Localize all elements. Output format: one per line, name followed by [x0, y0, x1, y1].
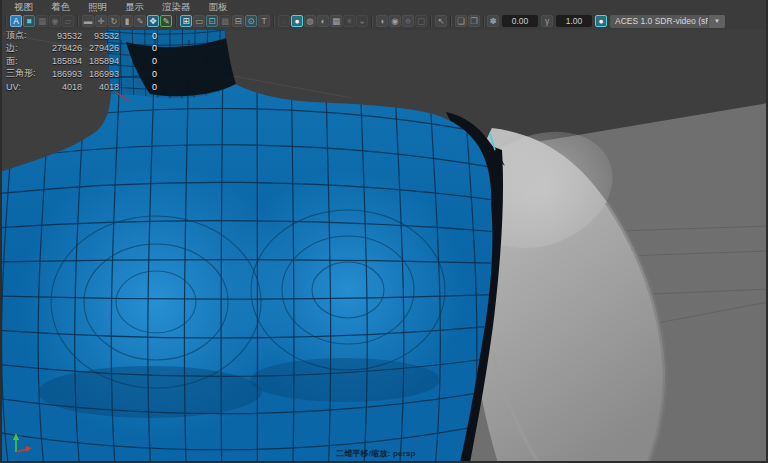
- gamma-icon[interactable]: γ: [541, 15, 553, 27]
- hud-total: 279426: [42, 43, 82, 53]
- default-material-icon[interactable]: ◐: [317, 15, 329, 27]
- hud-row: 三角形: 186993 186993 0: [6, 67, 157, 80]
- menu-item[interactable]: 渲染器: [153, 0, 200, 13]
- hud-label: UV:: [6, 82, 42, 92]
- toolbar-separator: [450, 15, 452, 27]
- ssao-icon[interactable]: ◖: [376, 15, 388, 27]
- hud-row: 边: 279426 279426 0: [6, 42, 157, 55]
- menu-item[interactable]: 视图: [5, 0, 42, 13]
- hud-component: 0: [119, 43, 157, 53]
- camera-label: 二维平移/缩放: persp: [336, 448, 416, 459]
- tumble-3d-icon[interactable]: ↻: [108, 15, 120, 27]
- colorspace-value: ACES 1.0 SDR-video (sRGB): [610, 16, 708, 26]
- gamma-field[interactable]: 1.00: [556, 15, 592, 27]
- hud-label: 三角形:: [6, 67, 42, 80]
- toolbar-separator: [77, 15, 79, 27]
- panel-chrome: 视图 着色 照明 显示 渲染器 面板 A ■: [0, 0, 768, 30]
- hud-label: 面:: [6, 55, 42, 68]
- exposure-icon[interactable]: ✽: [487, 15, 499, 27]
- hud-component: 0: [119, 69, 157, 79]
- view-transform-icon[interactable]: ●: [595, 15, 607, 27]
- panel-menubar: 视图 着色 照明 显示 渲染器 面板: [0, 0, 768, 13]
- toolbar-separator: [430, 15, 432, 27]
- safe-action-icon[interactable]: ⊙: [245, 15, 257, 27]
- xray-icon[interactable]: ❏: [455, 15, 467, 27]
- menu-item[interactable]: 照明: [79, 0, 116, 13]
- toolbar-separator: [273, 15, 275, 27]
- isolate-select-icon[interactable]: ↖: [435, 15, 447, 27]
- hud-total: 4018: [42, 82, 82, 92]
- menu-item[interactable]: 面板: [200, 0, 237, 13]
- image-plane-icon[interactable]: ▱: [62, 15, 74, 27]
- menu-item[interactable]: 着色: [42, 0, 79, 13]
- wireframe-icon[interactable]: ◌: [278, 15, 290, 27]
- pan-zoom-2d-icon[interactable]: ✥: [147, 15, 159, 27]
- hud-label: 边:: [6, 42, 42, 55]
- toolbar-separator: [483, 15, 485, 27]
- hud-total: 93532: [42, 31, 82, 41]
- shadows-icon[interactable]: ◒: [356, 15, 368, 27]
- exposure-field[interactable]: 0.00: [502, 15, 538, 27]
- grease-pencil-icon[interactable]: ✎: [160, 15, 172, 27]
- toolbar-separator: [175, 15, 177, 27]
- resolution-gate-icon[interactable]: ⊡: [206, 15, 218, 27]
- hud-total: 185894: [42, 56, 82, 66]
- wireframe-on-shaded-icon[interactable]: ◍: [304, 15, 316, 27]
- menu-item[interactable]: 显示: [116, 0, 153, 13]
- hud-selected: 186993: [82, 69, 119, 79]
- gate-mask-icon[interactable]: ▩: [219, 15, 231, 27]
- film-gate-icon[interactable]: ▭: [193, 15, 205, 27]
- fog-icon[interactable]: ▢: [415, 15, 427, 27]
- pan-2d-icon[interactable]: ✛: [95, 15, 107, 27]
- panel-toolbar: A ■ ▦ ◉ ▱ ▬ ✛ ↻ ▮: [0, 13, 768, 30]
- safe-title-icon[interactable]: T: [258, 15, 270, 27]
- camcorder-icon[interactable]: ▬: [82, 15, 94, 27]
- hud-row: 顶点: 93532 93532 0: [6, 29, 157, 42]
- smooth-shade-all-icon[interactable]: ●: [291, 15, 303, 27]
- textured-icon[interactable]: ▦: [330, 15, 342, 27]
- hud-selected: 4018: [82, 82, 119, 92]
- lock-camera-icon[interactable]: ■: [23, 15, 35, 27]
- select-camera-icon[interactable]: A: [10, 15, 22, 27]
- hud-selected: 93532: [82, 31, 119, 41]
- poly-count-hud: 顶点: 93532 93532 0 边: 279426 279426 0 面: …: [6, 29, 157, 93]
- hud-row: 面: 185894 185894 0: [6, 55, 157, 68]
- motion-blur-icon[interactable]: ◉: [389, 15, 401, 27]
- dof-icon[interactable]: ○: [402, 15, 414, 27]
- grid-icon[interactable]: ⊞: [180, 15, 192, 27]
- hud-component: 0: [119, 56, 157, 66]
- hud-selected: 185894: [82, 56, 119, 66]
- hud-component: 0: [119, 31, 157, 41]
- camera-attributes-icon[interactable]: ▦: [36, 15, 48, 27]
- chevron-down-icon[interactable]: ▼: [708, 15, 725, 28]
- hud-row: UV: 4018 4018 0: [6, 80, 157, 93]
- field-chart-icon[interactable]: ⊟: [232, 15, 244, 27]
- hud-label: 顶点:: [6, 29, 42, 42]
- toolbar-separator: [5, 15, 7, 27]
- hud-total: 186993: [42, 69, 82, 79]
- hud-selected: 279426: [82, 43, 119, 53]
- pencil-icon[interactable]: ✎: [134, 15, 146, 27]
- colorspace-dropdown[interactable]: ACES 1.0 SDR-video (sRGB) ▼: [610, 15, 725, 28]
- toolbar-separator: [371, 15, 373, 27]
- bookmarks-icon[interactable]: ◉: [49, 15, 61, 27]
- maya-viewport-panel: 视图 着色 照明 显示 渲染器 面板 A ■: [0, 0, 768, 463]
- hud-component: 0: [119, 82, 157, 92]
- xray-joints-icon[interactable]: ❐: [468, 15, 480, 27]
- toolbar-icons: A ■ ▦ ◉ ▱ ▬ ✛ ↻ ▮: [3, 15, 487, 27]
- lighting-icon[interactable]: ✳: [343, 15, 355, 27]
- bookmark-flag-icon[interactable]: ▮: [121, 15, 133, 27]
